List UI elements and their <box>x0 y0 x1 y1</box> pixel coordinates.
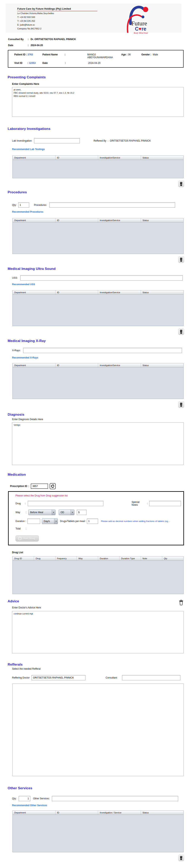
diagnosis-textarea[interactable]: Vertigo <box>12 422 184 465</box>
patient-age-value: 36 <box>128 53 130 56</box>
col-id: ID <box>55 156 98 160</box>
col-qty: Qty <box>162 556 183 560</box>
patient-gender-label: Gender <box>141 53 150 56</box>
complaints-textarea[interactable]: pt seen, FBC showed normal study, wbc 62… <box>12 87 184 117</box>
section-title-diagnosis: Diagnosis <box>8 413 187 417</box>
lab-table-body <box>13 160 183 178</box>
lab-investigation-label: Lab Investingation <box>12 140 32 142</box>
col-status: Status <box>141 811 184 815</box>
consult-date-value: 2024-04-20 <box>31 44 43 47</box>
frequency-select[interactable]: OD ▼ <box>59 509 74 515</box>
col-way: Way <box>77 556 98 560</box>
xrays-input[interactable] <box>23 348 182 353</box>
trash-icon <box>179 257 183 262</box>
patient-name-value: MANOJ ABEYGUNAWARDANA <box>87 53 121 59</box>
logo-red-dot <box>143 7 148 12</box>
drug-label: Drug <box>15 502 25 505</box>
refresh-icon <box>51 484 55 488</box>
other-services-table-header: Department ID Investigation / Service St… <box>13 811 183 815</box>
col-investigation-service: Investigation/Service <box>98 290 141 294</box>
trash-icon <box>179 182 183 186</box>
other-qty-input[interactable] <box>19 796 30 801</box>
recommended-other-services-link: Recommended Other Services <box>12 804 187 807</box>
col-status: Status <box>141 218 184 222</box>
patient-age-label: Age <box>121 53 126 56</box>
trash-icon <box>179 856 183 860</box>
col-department: Department <box>13 290 55 294</box>
special-notes-label: Special Notes <box>132 501 146 506</box>
procedures-label: Procedures <box>34 204 46 207</box>
col-department: Department <box>13 811 55 815</box>
drug-input[interactable] <box>28 501 104 506</box>
way-qty-input[interactable] <box>77 510 86 515</box>
advice-label: Enter Doctor's Advice Here <box>12 606 187 609</box>
uss-trash-button[interactable] <box>178 329 184 335</box>
lab-table: Department ID Investigation/Service Stat… <box>12 155 184 178</box>
other-services-label: Other Services <box>33 797 49 800</box>
section-title-other-services: Other Services <box>8 786 187 790</box>
recommended-uss-link: Recommended USS <box>12 283 187 286</box>
section-title-advice: Advice <box>8 599 19 603</box>
procedures-input[interactable] <box>49 203 175 208</box>
prescription-id-input[interactable] <box>31 484 48 489</box>
consultant-input[interactable] <box>122 675 180 680</box>
recommended-procedures-link: Recommended Procedures <box>12 211 187 213</box>
uss-input[interactable] <box>20 275 183 281</box>
lab-table-header: Department ID Investigation/Service Stat… <box>13 156 183 160</box>
other-services-table-body <box>13 815 183 852</box>
col-department: Department <box>13 156 55 160</box>
col-id: ID <box>55 218 98 222</box>
logo-blue-dot <box>142 16 144 18</box>
consultant-label: Consultant <box>106 676 117 679</box>
col-department: Department <box>13 218 55 222</box>
way-select[interactable]: Before Meal ▼ <box>28 509 55 515</box>
drug-list-label: Drug List <box>12 551 187 554</box>
special-notes-input[interactable] <box>149 501 181 506</box>
col-drug-id: Drug ID <box>13 556 34 560</box>
lab-trash-button[interactable] <box>178 181 184 187</box>
visit-date-value: 2024-04-20 <box>88 62 100 64</box>
section-title-procedures: Procedures <box>8 190 187 194</box>
section-title-xray: Medical Imaging X-Ray <box>8 339 187 343</box>
futurecare-logo: Future C♥re Body Mind Soul <box>118 4 158 34</box>
procedures-qty-label: Qty <box>12 204 16 207</box>
refferal-select-label: Select the needed Refferal <box>12 668 187 670</box>
drug-list-trash-button[interactable] <box>178 599 184 606</box>
visit-id-value: 12353 <box>29 62 36 64</box>
trash-icon <box>179 402 183 407</box>
xray-table: Department ID Investigation/Service Stat… <box>12 363 184 399</box>
frequency-select-value: OD <box>59 510 71 515</box>
other-services-input[interactable] <box>52 796 178 801</box>
refresh-prescription-button[interactable] <box>50 483 56 489</box>
recommended-lab-testings-link: Recommended Lab Testings <box>12 148 187 151</box>
drug-list-table-body <box>13 561 183 594</box>
chevron-down-icon: ▼ <box>52 510 55 515</box>
reffering-doctor-input[interactable] <box>32 675 85 680</box>
duration-label: Duration <box>15 520 25 523</box>
recommended-xrays-link: Recommended X-Rays <box>12 356 187 359</box>
diagnosis-label: Enter Diagnosis Details Here <box>12 418 187 421</box>
lab-investigation-input[interactable] <box>34 138 80 144</box>
per-meal-input[interactable] <box>87 519 98 524</box>
advice-textarea[interactable]: continue current mgt <box>12 611 184 653</box>
uss-label: USS <box>12 277 17 279</box>
other-services-trash-button[interactable] <box>178 855 184 861</box>
xray-table-header: Department ID Investigation/Service Stat… <box>13 363 183 368</box>
col-status: Status <box>141 363 184 367</box>
xray-trash-button[interactable] <box>178 401 184 408</box>
procedures-trash-button[interactable] <box>178 256 184 263</box>
duration-input[interactable] <box>27 519 40 524</box>
add-drug-button[interactable]: + Add Drug <box>15 535 39 541</box>
section-title-laboratory-investigations: Laboratory Investigations <box>8 127 187 131</box>
col-investigation-service: Investigation / Service <box>98 811 141 815</box>
duration-unit-value: Day/s <box>42 519 54 524</box>
duration-unit-select[interactable]: Day/s ▼ <box>42 518 58 524</box>
drug-list-table-header: Drug ID Drug Fequency Way Duration Durat… <box>13 556 183 561</box>
col-investigation-service: Investigation/Service <box>98 363 141 367</box>
chevron-down-icon: ▼ <box>71 510 74 515</box>
col-duration-type: Duration Type <box>119 556 141 560</box>
procedures-qty-input[interactable] <box>18 203 29 208</box>
medication-entry-box: Please select the Drug from Drug suggess… <box>8 491 184 546</box>
way-label: Way <box>15 511 26 514</box>
procedures-table-body <box>13 222 183 254</box>
